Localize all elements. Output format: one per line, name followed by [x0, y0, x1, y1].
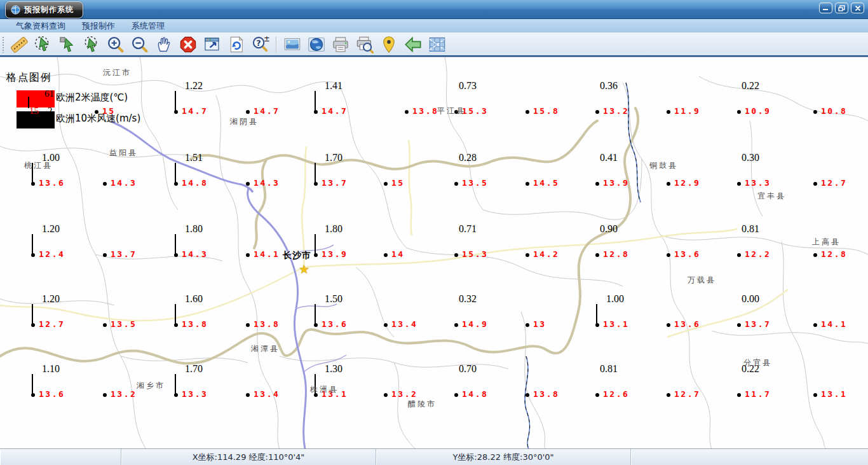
close-button[interactable] — [851, 3, 864, 13]
print-button[interactable] — [329, 34, 352, 55]
place-label: 上高县 — [812, 237, 841, 247]
place-label: 湘阴县 — [230, 116, 259, 127]
svg-text:?: ? — [256, 38, 261, 47]
zoom-out-icon — [131, 36, 149, 53]
place-label: 桃江县 — [24, 160, 53, 171]
identify-icon: ? ± — [252, 36, 269, 53]
occluded-value-fragment: 61 — [44, 88, 54, 99]
location-pin-icon — [380, 36, 398, 53]
status-bar: X坐标:114.29 经度:110°0'4" Y坐标:28.22 纬度:30°0… — [0, 448, 868, 465]
globe-icon — [11, 5, 20, 15]
place-label: 湘潭县 — [251, 344, 280, 354]
status-y-coordinate: Y坐标:28.22 纬度:30°0'0" — [376, 449, 631, 465]
title-bar: 预报制作系统 — [0, 0, 868, 19]
place-label: 益阳县 — [109, 148, 138, 158]
place-label: 长沙市 — [283, 250, 311, 261]
svg-text:±: ± — [264, 36, 269, 43]
status-x-coordinate: X坐标:114.29 经度:110°0'4" — [121, 449, 376, 465]
stop-icon — [179, 36, 197, 53]
place-label: 株洲县 — [310, 384, 339, 395]
menu-forecast-production[interactable]: 预报制作 — [74, 19, 123, 33]
status-panel-empty — [0, 449, 121, 465]
print-preview-button[interactable] — [353, 34, 376, 55]
print-icon — [332, 36, 349, 53]
toolbar-grip[interactable] — [2, 36, 4, 53]
toolbar: ? ± — [0, 33, 868, 57]
occluded-value-fragment: 15 — [29, 106, 39, 116]
map-viewport[interactable]: 1514.71.2214.714.71.4113.815.30.7315.813… — [0, 57, 868, 448]
zoom-out-button[interactable] — [128, 34, 151, 55]
window-title-tab[interactable]: 预报制作系统 — [5, 1, 83, 18]
ruler-icon — [10, 36, 28, 53]
place-label: 万载县 — [688, 275, 716, 286]
location-pin-button[interactable] — [377, 34, 400, 55]
restore-icon — [838, 5, 845, 11]
place-label: 湘乡市 — [137, 380, 165, 391]
place-label: 平江县 — [437, 106, 466, 116]
back-arrow-icon — [404, 36, 422, 53]
select-lasso-icon — [83, 36, 100, 53]
grid-map-icon — [428, 36, 446, 53]
stop-button[interactable] — [177, 34, 200, 55]
window-title: 预报制作系统 — [24, 4, 74, 15]
world-icon — [308, 36, 325, 53]
minimize-button[interactable] — [819, 3, 832, 13]
select-features-button[interactable] — [32, 34, 55, 55]
window-extent-button[interactable] — [201, 34, 224, 55]
legend-label-wind: 欧洲10米风速(m/s) — [56, 111, 140, 125]
refresh-page-button[interactable] — [225, 34, 248, 55]
place-label: 分宜县 — [743, 357, 772, 368]
window-extent-icon — [203, 36, 221, 53]
occluded-value-fragment: 2 — [48, 106, 53, 116]
image-icon — [283, 36, 301, 53]
status-panel-spacer — [631, 449, 868, 465]
select-features-icon — [34, 36, 52, 53]
place-label: 宜丰县 — [757, 191, 786, 202]
pan-hand-icon — [155, 36, 173, 53]
grid-legend: 格点图例 欧洲2米温度(℃) 欧洲10米风速(m/s) — [6, 70, 140, 132]
select-arrow-icon — [58, 36, 76, 53]
close-icon — [855, 5, 861, 11]
menu-bar: 气象资料查询 预报制作 系统管理 — [0, 19, 868, 33]
toolbar-separator — [276, 36, 277, 53]
legend-label-temperature: 欧洲2米温度(℃) — [56, 90, 128, 104]
world-view-button[interactable] — [305, 34, 328, 55]
minimize-icon — [822, 5, 829, 11]
measure-button[interactable] — [8, 34, 31, 55]
export-image-button[interactable] — [281, 34, 304, 55]
city-star-marker: ★ — [299, 262, 309, 276]
legend-title: 格点图例 — [6, 71, 140, 85]
window-controls — [819, 3, 864, 13]
zoom-in-button[interactable] — [104, 34, 127, 55]
place-label: 铜鼓县 — [649, 160, 678, 171]
identify-button[interactable]: ? ± — [249, 34, 272, 55]
restore-button[interactable] — [835, 3, 848, 13]
pan-button[interactable] — [153, 34, 175, 55]
menu-system-management[interactable]: 系统管理 — [123, 19, 173, 33]
menu-weather-data-query[interactable]: 气象资料查询 — [8, 19, 74, 33]
select-lasso-button[interactable] — [80, 34, 103, 55]
refresh-page-icon — [227, 36, 245, 53]
print-preview-icon — [356, 36, 374, 53]
grid-settings-button[interactable] — [426, 34, 449, 55]
zoom-in-icon — [107, 36, 125, 53]
place-label: 醴陵市 — [408, 399, 437, 410]
back-button[interactable] — [402, 34, 424, 55]
select-arrow-button[interactable] — [56, 34, 79, 55]
